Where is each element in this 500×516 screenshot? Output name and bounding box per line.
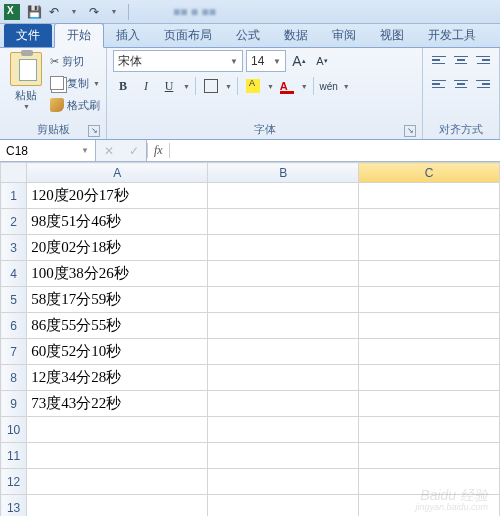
cell[interactable] xyxy=(359,443,500,469)
cell[interactable]: 73度43分22秒 xyxy=(27,391,208,417)
name-box[interactable]: C18 ▼ xyxy=(0,140,96,161)
cell[interactable] xyxy=(359,183,500,209)
font-launcher-icon[interactable]: ↘ xyxy=(404,125,416,137)
align-left-button[interactable] xyxy=(429,74,449,94)
row-header[interactable]: 5 xyxy=(1,287,27,313)
cell[interactable] xyxy=(208,261,359,287)
phonetic-dropdown-icon[interactable]: ▼ xyxy=(343,83,350,90)
cell[interactable] xyxy=(27,443,208,469)
row-header[interactable]: 8 xyxy=(1,365,27,391)
cell[interactable] xyxy=(208,443,359,469)
row-header[interactable]: 10 xyxy=(1,417,27,443)
paste-button[interactable]: 粘贴 ▼ xyxy=(6,50,46,110)
row-header[interactable]: 9 xyxy=(1,391,27,417)
cell[interactable]: 58度17分59秒 xyxy=(27,287,208,313)
cell[interactable] xyxy=(208,235,359,261)
tab-view[interactable]: 视图 xyxy=(368,24,416,47)
shrink-font-button[interactable]: A▾ xyxy=(312,51,332,71)
cell[interactable] xyxy=(359,339,500,365)
cell[interactable] xyxy=(359,495,500,517)
clipboard-launcher-icon[interactable]: ↘ xyxy=(88,125,100,137)
cell[interactable] xyxy=(359,313,500,339)
row-header[interactable]: 1 xyxy=(1,183,27,209)
border-dropdown-icon[interactable]: ▼ xyxy=(225,83,232,90)
italic-button[interactable]: I xyxy=(136,76,156,96)
cell[interactable] xyxy=(208,469,359,495)
redo-button[interactable]: ↷ xyxy=(85,3,103,21)
font-name-combo[interactable]: 宋体 ▼ xyxy=(113,50,243,72)
cell[interactable] xyxy=(359,365,500,391)
copy-dropdown-icon[interactable]: ▼ xyxy=(93,80,100,87)
copy-button[interactable]: 复制 ▼ xyxy=(50,72,100,94)
underline-button[interactable]: U xyxy=(159,76,179,96)
row-header[interactable]: 13 xyxy=(1,495,27,517)
format-painter-button[interactable]: 格式刷 xyxy=(50,94,100,116)
cell[interactable] xyxy=(208,313,359,339)
col-header-a[interactable]: A xyxy=(27,163,208,183)
tab-file[interactable]: 文件 xyxy=(4,24,52,47)
tab-home[interactable]: 开始 xyxy=(54,23,104,48)
cell[interactable]: 100度38分26秒 xyxy=(27,261,208,287)
col-header-b[interactable]: B xyxy=(208,163,359,183)
cell[interactable] xyxy=(359,209,500,235)
tab-data[interactable]: 数据 xyxy=(272,24,320,47)
font-color-dropdown-icon[interactable]: ▼ xyxy=(301,83,308,90)
fill-color-button[interactable] xyxy=(243,76,263,96)
bold-button[interactable]: B xyxy=(113,76,133,96)
undo-dropdown-icon[interactable]: ▼ xyxy=(65,3,83,21)
fx-icon[interactable]: fx xyxy=(147,143,170,158)
save-button[interactable]: 💾 xyxy=(25,3,43,21)
tab-formulas[interactable]: 公式 xyxy=(224,24,272,47)
cell[interactable] xyxy=(208,391,359,417)
cell[interactable] xyxy=(208,209,359,235)
cell[interactable]: 60度52分10秒 xyxy=(27,339,208,365)
paste-dropdown-icon[interactable]: ▼ xyxy=(7,103,46,110)
qat-customize-icon[interactable]: ▼ xyxy=(105,3,123,21)
tab-review[interactable]: 审阅 xyxy=(320,24,368,47)
tab-insert[interactable]: 插入 xyxy=(104,24,152,47)
undo-button[interactable]: ↶ xyxy=(45,3,63,21)
cell[interactable] xyxy=(359,235,500,261)
tab-developer[interactable]: 开发工具 xyxy=(416,24,488,47)
row-header[interactable]: 2 xyxy=(1,209,27,235)
cell[interactable] xyxy=(208,339,359,365)
font-size-combo[interactable]: 14 ▼ xyxy=(246,50,286,72)
cell[interactable] xyxy=(359,417,500,443)
row-header[interactable]: 4 xyxy=(1,261,27,287)
row-header[interactable]: 3 xyxy=(1,235,27,261)
cell[interactable]: 98度51分46秒 xyxy=(27,209,208,235)
cell[interactable] xyxy=(27,417,208,443)
phonetic-button[interactable]: wén xyxy=(319,76,339,96)
cell[interactable] xyxy=(208,287,359,313)
cell[interactable] xyxy=(359,391,500,417)
select-all-corner[interactable] xyxy=(1,163,27,183)
cell[interactable] xyxy=(359,469,500,495)
row-header[interactable]: 12 xyxy=(1,469,27,495)
cell[interactable] xyxy=(208,417,359,443)
border-button[interactable] xyxy=(201,76,221,96)
align-middle-button[interactable] xyxy=(451,50,471,70)
underline-dropdown-icon[interactable]: ▼ xyxy=(183,83,190,90)
cell[interactable] xyxy=(208,495,359,517)
row-header[interactable]: 11 xyxy=(1,443,27,469)
cut-button[interactable]: ✂ 剪切 xyxy=(50,50,100,72)
grow-font-button[interactable]: A▴ xyxy=(289,51,309,71)
align-bottom-button[interactable] xyxy=(473,50,493,70)
cell[interactable]: 120度20分17秒 xyxy=(27,183,208,209)
cell[interactable]: 20度02分18秒 xyxy=(27,235,208,261)
cell[interactable] xyxy=(359,287,500,313)
cell[interactable] xyxy=(208,365,359,391)
align-right-button[interactable] xyxy=(473,74,493,94)
tab-page-layout[interactable]: 页面布局 xyxy=(152,24,224,47)
cell[interactable] xyxy=(27,469,208,495)
align-top-button[interactable] xyxy=(429,50,449,70)
cell[interactable] xyxy=(208,183,359,209)
cell[interactable] xyxy=(27,495,208,517)
fill-dropdown-icon[interactable]: ▼ xyxy=(267,83,274,90)
cell[interactable]: 12度34分28秒 xyxy=(27,365,208,391)
col-header-c[interactable]: C xyxy=(359,163,500,183)
cell[interactable] xyxy=(359,261,500,287)
row-header[interactable]: 7 xyxy=(1,339,27,365)
align-center-button[interactable] xyxy=(451,74,471,94)
spreadsheet-grid[interactable]: A B C 1120度20分17秒298度51分46秒320度02分18秒410… xyxy=(0,162,500,516)
